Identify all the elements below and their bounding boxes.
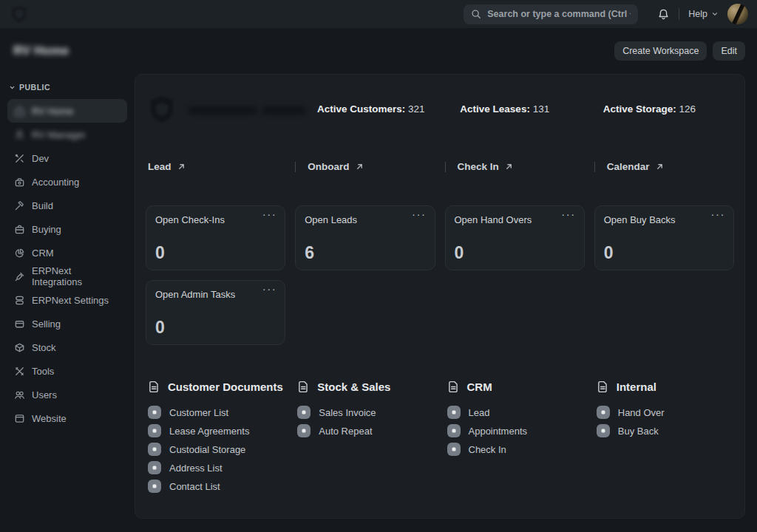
link-item-sales-invoice[interactable]: Sales Invoice [297, 406, 435, 419]
sidebar-item-rv-manager[interactable]: RV Manager [7, 123, 127, 146]
card-value: 0 [604, 243, 614, 263]
sidebar-section-public[interactable]: PUBLIC [7, 78, 127, 99]
search-input[interactable] [487, 9, 631, 19]
chevron-down-icon [9, 84, 16, 91]
sidebar-item-label: Website [32, 413, 67, 424]
sidebar-item-crm[interactable]: CRM [7, 241, 127, 265]
app-logo-shield-icon[interactable] [9, 4, 30, 24]
link-badge-icon [597, 406, 610, 419]
stat-value: 126 [679, 103, 696, 115]
link-item-custodial-storage[interactable]: Custodial Storage [148, 443, 285, 456]
link-badge-icon [148, 424, 161, 437]
sidebar-item-erpnext-settings[interactable]: ERPNext Settings [7, 288, 127, 312]
shortcut-label: Calendar [607, 161, 650, 172]
build-hammer-icon [14, 200, 25, 211]
card-label: Open Admin Tasks [155, 289, 276, 300]
sidebar-item-accounting[interactable]: Accounting [7, 170, 127, 194]
top-navbar: Help [0, 0, 757, 28]
sidebar-section-label: PUBLIC [19, 83, 50, 92]
link-badge-icon [597, 424, 610, 437]
help-label: Help [688, 9, 707, 19]
document-icon [597, 381, 609, 393]
shortcut-check-in[interactable]: Check In [455, 161, 513, 172]
sidebar-item-tools[interactable]: Tools [7, 359, 127, 383]
page-title: RV Home [13, 44, 69, 58]
sidebar-item-label: RV Home [32, 106, 73, 117]
accounting-icon [14, 177, 25, 188]
stat-active-leases: Active Leases: 131 [458, 103, 591, 126]
card-value: 0 [455, 243, 464, 263]
help-menu[interactable]: Help [688, 9, 719, 19]
shortcut-lead[interactable]: Lead [146, 161, 186, 172]
sidebar-item-dev[interactable]: Dev [7, 146, 127, 170]
document-icon [297, 381, 310, 393]
ellipsis-menu-icon[interactable]: ··· [262, 282, 277, 295]
link-section-customer-documents: Customer Documents Customer List Lease A… [146, 381, 285, 493]
sidebar-item-rv-home[interactable]: RV Home [7, 99, 127, 123]
sidebar-item-buying[interactable]: Buying [7, 217, 127, 241]
number-card-open-admin-tasks[interactable]: Open Admin Tasks ··· 0 [146, 280, 285, 345]
stat-active-storage: Active Storage: 126 [601, 103, 734, 126]
global-search[interactable] [464, 4, 638, 24]
notifications-bell-icon[interactable] [657, 8, 670, 21]
edit-button[interactable]: Edit [713, 41, 745, 61]
ellipsis-menu-icon[interactable]: ··· [412, 208, 427, 220]
ellipsis-menu-icon[interactable]: ··· [561, 208, 576, 220]
ellipsis-menu-icon[interactable]: ··· [262, 208, 277, 220]
link-item-label: Address List [169, 463, 223, 474]
link-item-buy-back[interactable]: Buy Back [597, 424, 734, 437]
link-item-appointments[interactable]: Appointments [447, 424, 585, 437]
sidebar-item-label: ERPNext Settings [32, 295, 109, 306]
link-item-check-in[interactable]: Check In [447, 443, 585, 456]
link-item-label: Customer List [169, 407, 228, 418]
link-item-hand-over[interactable]: Hand Over [597, 406, 734, 419]
link-badge-icon [447, 443, 461, 456]
link-item-auto-repeat[interactable]: Auto Repeat [297, 424, 435, 437]
sidebar-item-label: Build [32, 200, 53, 211]
arrow-up-right-icon [356, 163, 364, 171]
link-item-contact-list[interactable]: Contact List [148, 480, 285, 493]
link-item-label: Lease Agreements [169, 426, 249, 437]
sidebar-item-erpnext-integrations[interactable]: ERPNext Integrations [7, 265, 127, 288]
link-section-header: CRM [447, 381, 585, 393]
shortcut-onboard[interactable]: Onboard [305, 161, 363, 172]
sidebar-item-stock[interactable]: Stock [7, 335, 127, 359]
shortcut-label: Onboard [308, 161, 349, 172]
dev-tools-icon [14, 153, 25, 164]
company-logo-name-redacted [189, 106, 305, 115]
link-item-label: Check In [469, 444, 506, 455]
link-item-lead[interactable]: Lead [447, 406, 585, 419]
card-value: 0 [155, 243, 165, 263]
ellipsis-menu-icon[interactable]: ··· [711, 208, 726, 220]
link-section-stock-and-sales: Stock & Sales Sales Invoice Auto Repeat [295, 381, 435, 493]
link-item-customer-list[interactable]: Customer List [148, 406, 285, 419]
sidebar-item-selling[interactable]: Selling [7, 312, 127, 335]
user-avatar[interactable] [727, 4, 748, 24]
link-badge-icon [148, 480, 161, 493]
number-card-open-hand-overs[interactable]: Open Hand Overs ··· 0 [445, 205, 585, 270]
sidebar-item-label: CRM [32, 248, 54, 259]
link-item-label: Lead [469, 407, 490, 418]
chevron-down-icon [711, 10, 719, 18]
shortcut-calendar[interactable]: Calendar [605, 161, 664, 172]
number-card-open-leads[interactable]: Open Leads ··· 6 [295, 205, 435, 270]
stat-label: Active Storage: [603, 103, 676, 115]
number-card-open-check-ins[interactable]: Open Check-Ins ··· 0 [146, 205, 285, 270]
tools-icon [14, 366, 25, 377]
sidebar-item-users[interactable]: Users [7, 383, 127, 406]
link-badge-icon [148, 443, 161, 456]
sidebar-item-label: Selling [32, 318, 61, 330]
link-item-lease-agreements[interactable]: Lease Agreements [148, 424, 285, 437]
create-workspace-button[interactable]: Create Workspace [614, 41, 707, 61]
sidebar-item-label: Users [32, 389, 57, 400]
stat-value: 321 [408, 103, 425, 115]
home-icon [14, 106, 25, 117]
sidebar-item-build[interactable]: Build [7, 194, 127, 217]
link-item-address-list[interactable]: Address List [148, 461, 285, 474]
page-header: RV Home Create Workspace Edit [0, 28, 757, 74]
number-card-open-buy-backs[interactable]: Open Buy Backs ··· 0 [594, 205, 734, 270]
navbar-divider [679, 8, 679, 20]
sidebar-item-website[interactable]: Website [7, 406, 127, 430]
shortcut-cell: Check In [445, 161, 585, 172]
workspace-sidebar: PUBLIC RV Home RV Manager Dev Accounting [0, 74, 135, 430]
